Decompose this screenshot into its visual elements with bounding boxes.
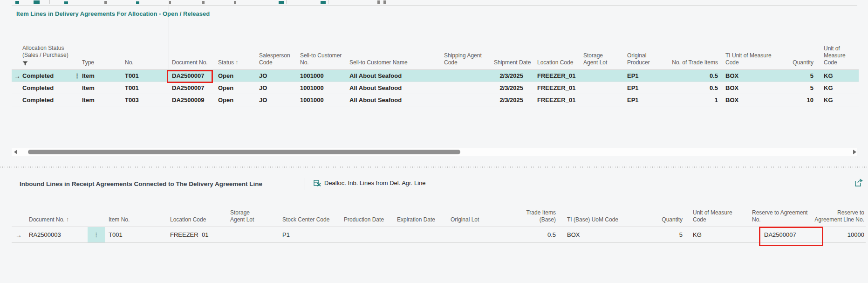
original-producer-link[interactable]: EP1	[627, 72, 639, 79]
sellto-customer-name-cell: All About Seafood	[349, 72, 444, 79]
table-header-row: Allocation Status (Sales / Purchase) Typ…	[12, 27, 859, 70]
col-header-allocation-status[interactable]: Allocation Status (Sales / Purchase)	[22, 45, 72, 69]
col-header-quantity[interactable]: Quantity	[772, 59, 815, 69]
col-header-original-lot[interactable]: Original Lot	[446, 216, 509, 227]
col-header-expiration-date[interactable]: Expiration Date	[394, 216, 446, 227]
toolbar-icon-fragment	[279, 1, 284, 4]
selected-row-arrow-icon: →	[15, 231, 22, 239]
uom-link[interactable]: KG	[693, 231, 702, 238]
col-header-reserve-to-agreement-no[interactable]: Reserve to Agreement No.	[745, 209, 810, 227]
header-spacer	[12, 66, 22, 69]
toolbar-icon-fragment	[136, 1, 139, 4]
col-header-stock-center-code[interactable]: Stock Center Code	[279, 216, 342, 227]
shipment-date-cell: 2/3/2025	[494, 72, 533, 79]
toolbar-icon-fragment	[234, 1, 236, 4]
dealloc-inbound-lines-button[interactable]: Dealloc. Inb. Lines from Del. Agr. Line	[314, 179, 426, 186]
dealloc-icon	[314, 179, 321, 186]
page-title: Item Lines in Delivery Agreements For Al…	[16, 10, 210, 17]
col-header-salesperson-code[interactable]: Salesperson Code	[259, 52, 300, 69]
col-header-storage-agent-lot[interactable]: Storage Agent Lot	[583, 52, 625, 69]
col-header-status[interactable]: Status ↑	[218, 59, 259, 69]
table-row[interactable]: → Completed ⋮ Item T001 DA2500007 Open J…	[12, 70, 859, 82]
ti-base-uom-link[interactable]: BOX	[567, 231, 580, 238]
row-menu-icon[interactable]: ⋮	[93, 231, 99, 238]
reserve-to-agreement-line-no-link[interactable]: 10000	[847, 231, 864, 238]
row-menu-icon[interactable]: ⋮	[74, 72, 80, 79]
table-row[interactable]: Completed Item T001 DA2500007 Open JO 10…	[12, 82, 859, 94]
header-spacer	[72, 66, 82, 69]
original-producer-cell: EP1	[625, 84, 672, 91]
item-no-link[interactable]: T001	[109, 231, 123, 238]
document-no-link[interactable]: DA2500007	[172, 72, 204, 79]
scrollbar-thumb[interactable]	[28, 150, 460, 154]
part-splitter[interactable]	[0, 166, 868, 168]
col-header-trade-items-base[interactable]: Trade Items (Base)	[509, 209, 558, 227]
uom-link[interactable]: KG	[824, 72, 833, 79]
col-header-document-no[interactable]: Document No. ↑	[26, 216, 88, 227]
col-header-no-of-trade-items[interactable]: No. of Trade Items	[672, 59, 720, 69]
location-code-link[interactable]: FREEZER_01	[537, 72, 575, 79]
col-header-ti-uom-code[interactable]: TI Unit of Measure Code	[720, 52, 772, 69]
scroll-right-icon[interactable]	[853, 150, 856, 154]
col-header-original-producer[interactable]: Original Producer	[625, 52, 672, 69]
col-header-no[interactable]: No.	[125, 59, 169, 69]
document-no-link[interactable]: RA2500003	[29, 231, 61, 238]
sellto-customer-no-link[interactable]: 1001000	[300, 72, 324, 79]
item-no-cell: T003	[125, 97, 169, 104]
ti-uom-cell: BOX	[720, 97, 772, 104]
share-icon[interactable]	[854, 179, 863, 187]
sellto-customer-no-cell: 1001000	[300, 97, 349, 104]
filter-icon[interactable]	[22, 61, 28, 66]
col-header-ti-base-uom[interactable]: TI (Base) UoM Code	[558, 216, 654, 227]
col-header-storage-agent-lot[interactable]: Storage Agent Lot	[228, 209, 279, 227]
location-code-link[interactable]: FREEZER_01	[170, 231, 208, 238]
col-header-shipment-date[interactable]: Shipment Date	[494, 59, 533, 69]
location-code-cell: FREEZER_01	[533, 97, 583, 104]
col-header-location-code[interactable]: Location Code	[533, 59, 583, 69]
trade-items-base-cell: 0.5	[509, 231, 558, 238]
col-header-location-code[interactable]: Location Code	[167, 216, 228, 227]
table-row[interactable]: Completed Item T003 DA2500009 Open JO 10…	[12, 94, 859, 106]
col-header-type[interactable]: Type	[82, 59, 125, 69]
sellto-customer-no-cell: 1001000	[300, 84, 349, 91]
header-spacer	[12, 223, 26, 227]
col-header-sellto-customer-name[interactable]: Sell-to Customer Name	[349, 59, 444, 69]
quantity-cell: 5	[772, 72, 815, 79]
item-no-link[interactable]: T001	[125, 72, 139, 79]
col-header-production-date[interactable]: Production Date	[342, 216, 394, 227]
col-header-reserve-to-agreement-line-no[interactable]: Reserve to Agreement Line No.	[810, 209, 866, 227]
allocation-status-link[interactable]: Completed	[22, 72, 54, 79]
stock-center-link[interactable]: P1	[282, 231, 290, 238]
col-header-uom-code[interactable]: Unit of Measure Code	[684, 209, 745, 227]
type-cell: Item	[82, 97, 125, 104]
document-no-cell: DA2500007	[169, 84, 218, 91]
toolbar-icon-fragment	[377, 0, 380, 4]
col-header-uom-code[interactable]: Unit of Measure Code	[815, 45, 859, 69]
col-header-quantity[interactable]: Quantity	[654, 216, 684, 227]
type-cell: Item	[82, 84, 125, 91]
ti-uom-link[interactable]: BOX	[725, 72, 738, 79]
no-of-trade-items-cell: 0.5	[672, 84, 720, 91]
scroll-left-icon[interactable]	[14, 150, 17, 154]
inbound-receipt-lines-table: Document No. ↑ Item No. Location Code St…	[12, 200, 866, 243]
col-header-document-no[interactable]: Document No.	[169, 59, 218, 69]
salesperson-cell: JO	[259, 84, 300, 91]
toolbar-icon-fragment	[104, 1, 107, 4]
toolbar-cutoff[interactable]	[0, 0, 868, 6]
part-title: Inbound Lines in Receipt Agreements Conn…	[20, 180, 262, 187]
divider	[305, 178, 305, 190]
table-row[interactable]: → RA2500003 ⋮ T001 FREEZER_01 P1 0.5 BOX…	[12, 227, 866, 243]
delivery-agreement-lines-table: Allocation Status (Sales / Purchase) Typ…	[12, 27, 859, 106]
toolbar-icon-fragment	[34, 0, 40, 4]
col-header-shipping-agent-code[interactable]: Shipping Agent Code	[444, 52, 494, 69]
col-header-item-no[interactable]: Item No.	[105, 216, 167, 227]
allocation-status-cell: Completed	[22, 84, 72, 91]
shipment-date-cell: 2/3/2025	[494, 84, 533, 91]
dealloc-button-label: Dealloc. Inb. Lines from Del. Agr. Line	[324, 179, 426, 186]
toolbar-icon-fragment	[202, 1, 205, 4]
reserve-to-agreement-no-link[interactable]: DA2500007	[764, 231, 796, 238]
salesperson-cell: JO	[259, 72, 300, 79]
col-header-sellto-customer-no[interactable]: Sell-to Customer No.	[300, 52, 349, 69]
quantity-cell: 5	[654, 231, 684, 238]
horizontal-scrollbar[interactable]	[12, 148, 857, 156]
